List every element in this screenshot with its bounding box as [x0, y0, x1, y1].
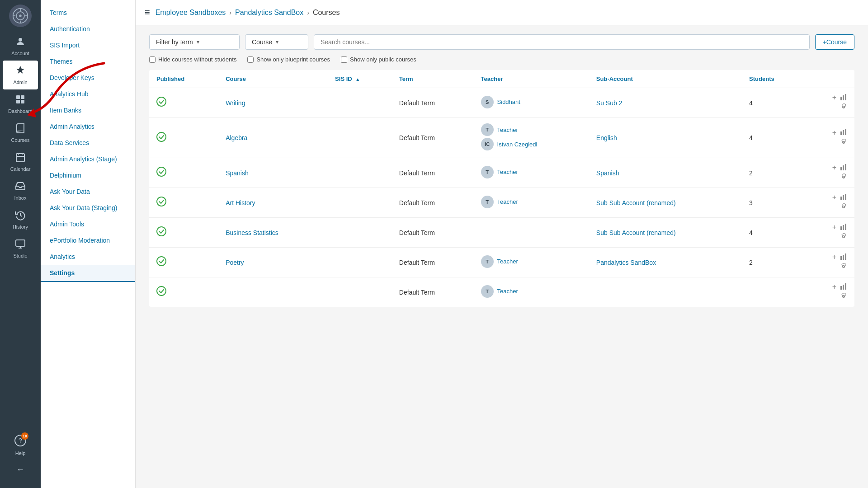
sub-account-link[interactable]: Sub Sub Account (renamed) [596, 229, 676, 236]
chart-icon[interactable] [840, 283, 847, 291]
plus-icon[interactable]: + [832, 129, 836, 137]
col-course[interactable]: Course [218, 70, 328, 88]
admin-menu-terms[interactable]: Terms [41, 5, 135, 21]
admin-menu-sis-import[interactable]: SIS Import [41, 37, 135, 53]
chart-icon[interactable] [840, 194, 847, 202]
sidebar-item-help[interactable]: ? 10 Help [0, 430, 41, 460]
sidebar-item-courses[interactable]: Courses [0, 118, 41, 147]
chart-icon[interactable] [840, 224, 847, 231]
sub-account-cell: Sub Sub Account (renamed) [589, 188, 742, 218]
sis-id-cell [328, 158, 392, 188]
only-public-checkbox[interactable]: Show only public courses [341, 56, 416, 63]
admin-menu-ask-your-data[interactable]: Ask Your Data [41, 183, 135, 200]
sidebar-item-history[interactable]: History [0, 205, 41, 234]
course-link[interactable]: Spanish [226, 169, 249, 177]
plus-icon[interactable]: + [832, 193, 836, 202]
chart-icon[interactable] [840, 164, 847, 172]
svg-rect-16 [16, 240, 25, 246]
teacher-cell [474, 218, 589, 248]
teacher-link[interactable]: Teacher [497, 258, 518, 265]
admin-menu-developer-keys[interactable]: Developer Keys [41, 70, 135, 86]
gear-icon[interactable] [840, 139, 847, 147]
gear-icon[interactable] [840, 293, 847, 301]
gear-icon[interactable] [840, 203, 847, 212]
admin-menu-item-banks[interactable]: Item Banks [41, 102, 135, 118]
action-row-top: + [832, 283, 847, 291]
teacher-link[interactable]: Teacher [497, 169, 518, 175]
admin-menu-authentication[interactable]: Authentication [41, 21, 135, 37]
col-published[interactable]: Published [149, 70, 218, 88]
sidebar-item-inbox[interactable]: Inbox [0, 176, 41, 205]
admin-menu-settings[interactable]: Settings [41, 265, 135, 282]
plus-icon[interactable]: + [832, 164, 836, 172]
hide-without-students-input[interactable] [149, 56, 156, 63]
col-students[interactable]: Students [742, 70, 807, 88]
sidebar-item-studio[interactable]: Studio [0, 234, 41, 263]
gear-icon[interactable] [840, 263, 847, 272]
teacher-link[interactable]: Teacher [497, 288, 518, 295]
teacher-link[interactable]: Istvan Czegledi [497, 141, 538, 148]
term-filter-chevron: ▾ [197, 39, 199, 45]
sub-account-link[interactable]: Sub Sub Account (renamed) [596, 199, 676, 206]
course-link[interactable]: Art History [226, 199, 255, 206]
admin-menu-eportfolio[interactable]: ePortfolio Moderation [41, 232, 135, 249]
add-course-button[interactable]: +Course [815, 34, 854, 50]
gear-icon[interactable] [840, 233, 847, 242]
admin-menu-data-services[interactable]: Data Services [41, 135, 135, 151]
sidebar-item-calendar[interactable]: Calendar [0, 147, 41, 176]
chart-icon[interactable] [840, 129, 847, 136]
svg-rect-27 [845, 129, 846, 135]
teacher-link[interactable]: Teacher [497, 198, 518, 205]
col-sis-id[interactable]: SIS ID ▲ [328, 70, 392, 88]
students-cell: 4 [742, 118, 807, 158]
course-link[interactable]: Algebra [226, 134, 247, 141]
sidebar-item-dashboard[interactable]: Dashboard [0, 89, 41, 118]
teacher-cell: T Teacher [474, 188, 589, 218]
chart-icon[interactable] [840, 94, 847, 102]
search-input[interactable] [314, 34, 810, 50]
admin-menu-analytics[interactable]: Analytics [41, 249, 135, 265]
svg-rect-12 [16, 154, 24, 162]
only-blueprint-checkbox[interactable]: Show only blueprint courses [247, 56, 330, 63]
plus-icon[interactable]: + [832, 283, 836, 291]
admin-menu-analytics-hub[interactable]: Analytics Hub [41, 86, 135, 102]
teacher-link[interactable]: Siddhant [497, 99, 520, 105]
sub-account-link[interactable]: Pandalytics SandBox [596, 259, 656, 266]
sidebar-item-admin[interactable]: Admin [3, 61, 38, 89]
teacher-avatar: IC [481, 138, 494, 150]
breadcrumb-pandalytics[interactable]: Pandalytics SandBox [235, 9, 303, 17]
hamburger-button[interactable]: ≡ [145, 7, 150, 18]
sidebar-item-account[interactable]: Account [0, 32, 41, 61]
course-filter[interactable]: Course ▾ [245, 34, 308, 50]
term-filter[interactable]: Filter by term ▾ [149, 34, 240, 50]
sub-account-link[interactable]: English [596, 134, 617, 141]
admin-menu-admin-analytics[interactable]: Admin Analytics [41, 118, 135, 135]
col-sub-account[interactable]: Sub-Account [589, 70, 742, 88]
only-public-input[interactable] [341, 56, 347, 63]
breadcrumb-employee-sandboxes[interactable]: Employee Sandboxes [156, 9, 226, 17]
course-link[interactable]: Business Statistics [226, 229, 278, 236]
gear-icon[interactable] [840, 174, 847, 182]
sidebar-collapse-button[interactable]: ← [0, 460, 41, 479]
only-blueprint-input[interactable] [247, 56, 254, 63]
gear-icon[interactable] [840, 103, 847, 112]
admin-menu-delphinium[interactable]: Delphinium [41, 167, 135, 183]
chart-icon[interactable] [840, 253, 847, 261]
admin-menu-admin-analytics-stage[interactable]: Admin Analytics (Stage) [41, 151, 135, 167]
col-teacher[interactable]: Teacher [474, 70, 589, 88]
course-link[interactable]: Writing [226, 99, 245, 107]
teacher-link[interactable]: Teacher [497, 127, 518, 133]
plus-icon[interactable]: + [832, 94, 836, 102]
plus-icon[interactable]: + [832, 253, 836, 261]
hide-without-students-checkbox[interactable]: Hide courses without students [149, 56, 236, 63]
sub-account-link[interactable]: Spanish [596, 169, 619, 177]
sub-account-link[interactable]: Su Sub 2 [596, 99, 623, 107]
admin-menu-ask-your-data-staging[interactable]: Ask Your Data (Staging) [41, 200, 135, 216]
course-link[interactable]: Poetry [226, 259, 244, 266]
plus-icon[interactable]: + [832, 223, 836, 231]
admin-menu-themes[interactable]: Themes [41, 53, 135, 70]
admin-menu-admin-tools[interactable]: Admin Tools [41, 216, 135, 232]
col-term[interactable]: Term [392, 70, 474, 88]
svg-rect-26 [843, 130, 844, 135]
svg-rect-41 [840, 256, 842, 260]
